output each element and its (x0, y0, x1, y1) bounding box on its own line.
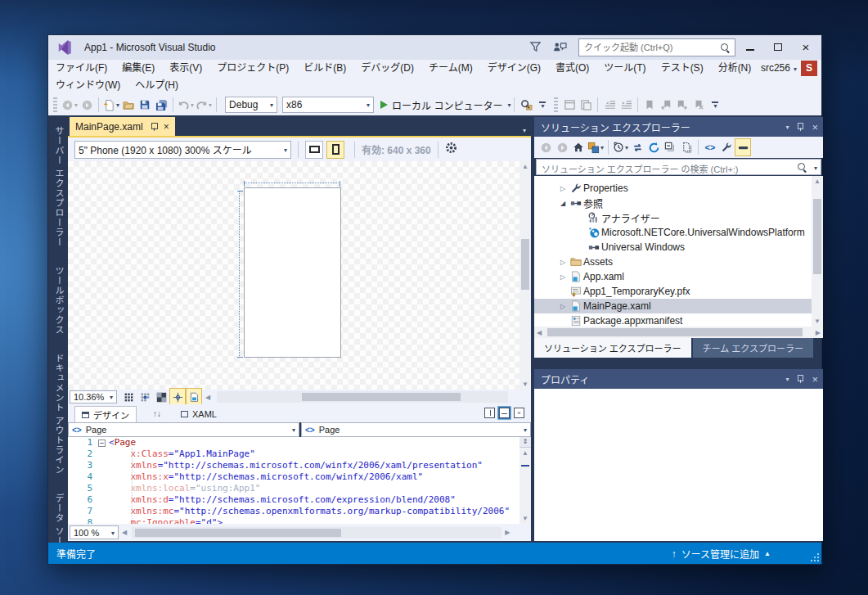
splitter-grip-icon[interactable]: ⇕ (519, 437, 531, 448)
sync-with-active-document-button[interactable] (629, 138, 645, 156)
forward-button[interactable] (79, 96, 95, 114)
close-panel-icon[interactable]: × (812, 121, 818, 133)
tree-item[interactable]: ◢参照 (534, 196, 812, 210)
code-horizontal-scrollbar[interactable] (132, 527, 501, 539)
expander-icon[interactable]: ◢ (557, 200, 569, 207)
designer-zoom-dropdown[interactable]: 10.36%▾ (70, 390, 117, 403)
chevron-down-icon[interactable]: ▾ (116, 101, 119, 109)
copy-markup-button[interactable] (578, 96, 594, 114)
menu-item-4[interactable]: プロジェクト(P) (209, 60, 296, 77)
breadcrumb-element-dropdown[interactable]: <> Page▾ (68, 422, 299, 437)
menu-item-10[interactable]: ツール(T) (596, 60, 653, 77)
document-tab-mainpage[interactable]: MainPage.xaml × (70, 117, 175, 136)
document-well-dropdown[interactable]: ▾ (523, 121, 526, 136)
menu-item-11[interactable]: テスト(S) (654, 60, 711, 77)
search-icon[interactable] (720, 43, 731, 53)
back-button[interactable] (537, 138, 554, 156)
horizontal-split-button[interactable] (499, 408, 510, 418)
feedback-filter-icon[interactable] (529, 41, 542, 54)
menu-item-1[interactable]: ファイル(F) (48, 60, 115, 77)
pending-changes-filter-button[interactable]: ▾ (612, 138, 629, 156)
new-file-button[interactable]: ▾ (102, 96, 120, 114)
collapse-pane-button[interactable]: « (514, 408, 524, 418)
home-button[interactable] (570, 138, 587, 156)
preview-selected-items-button[interactable] (735, 138, 751, 156)
chevron-down-icon[interactable]: ▾ (191, 101, 194, 109)
properties-title-bar[interactable]: プロパティ ▾ × (534, 369, 823, 389)
code-line[interactable]: 2 x:Class="App1.MainPage" (68, 449, 519, 460)
tool-tab-2[interactable]: ツールボックス (52, 258, 65, 343)
code-line[interactable]: 1−<Page (68, 437, 519, 449)
design-surface[interactable] (68, 161, 519, 390)
pin-icon[interactable] (151, 123, 158, 131)
back-button[interactable]: ▾ (61, 96, 79, 114)
tree-horizontal-scrollbar[interactable]: ◀ ▶ (534, 327, 823, 338)
quick-launch-box[interactable] (578, 38, 735, 56)
pin-icon[interactable] (797, 123, 803, 131)
breadcrumb-element-dropdown-2[interactable]: <> Page▾ (301, 422, 531, 437)
menu-item-row2-1[interactable]: ウィンドウ(W) (48, 77, 128, 94)
artboard-background-button[interactable] (153, 388, 169, 406)
account-avatar[interactable]: S (801, 61, 817, 76)
switch-views-button[interactable]: ▾ (587, 138, 605, 156)
window-menu-icon[interactable]: ▾ (785, 376, 789, 383)
code-line[interactable]: 7 xmlns:mc="http://schemas.openxmlformat… (68, 506, 519, 517)
snapping-button[interactable] (186, 388, 202, 406)
undo-button[interactable]: ▾ (177, 96, 195, 114)
device-settings-gear-icon[interactable] (445, 142, 457, 157)
menu-item-3[interactable]: 表示(V) (162, 60, 209, 77)
snap-gridlines-button[interactable] (169, 388, 186, 406)
toolbar-grip[interactable] (554, 97, 558, 112)
tree-item[interactable]: ▷Properties (534, 181, 812, 196)
designer-horizontal-scrollbar[interactable] (217, 391, 508, 403)
swap-panes-button[interactable]: ↑↓ (148, 406, 166, 422)
tab-design[interactable]: デザイン (74, 406, 137, 422)
properties-body[interactable] (534, 389, 823, 541)
clear-bookmarks-button[interactable] (690, 96, 707, 114)
tree-item[interactable]: アナライザー (534, 210, 812, 225)
view-designer-button[interactable] (561, 96, 578, 114)
save-all-button[interactable] (153, 96, 169, 114)
device-dropdown[interactable]: 5" Phone (1920 x 1080) 300% スケール▾ (74, 141, 291, 159)
panel-tab-2[interactable]: チーム エクスプローラー (693, 338, 813, 358)
tree-item[interactable]: ▷Assets (534, 255, 812, 269)
designer-vertical-scrollbar[interactable]: ▲ ▼ (519, 161, 531, 390)
tree-item[interactable]: Universal Windows (534, 240, 812, 255)
tab-xaml[interactable]: XAML (174, 406, 223, 422)
menu-item-5[interactable]: ビルド(B) (296, 60, 353, 77)
menu-item-8[interactable]: デザイン(G) (480, 60, 548, 77)
menu-item-12[interactable]: 分析(N) (711, 60, 759, 77)
expander-icon[interactable]: ▷ (557, 303, 569, 310)
add-to-source-control-button[interactable]: ↑ ソース管理に追加 ▲ (672, 547, 771, 561)
toolbar-grip[interactable] (53, 97, 57, 112)
search-icon[interactable] (797, 162, 807, 173)
tree-vertical-scrollbar[interactable]: ▲ ▼ (812, 176, 823, 327)
tree-item[interactable]: Microsoft.NETCore.UniversalWindowsPlatfo… (534, 225, 812, 240)
tool-tab-4[interactable]: データ ソース (52, 485, 65, 543)
portrait-orientation-button[interactable] (326, 141, 344, 159)
toolbar-overflow-button[interactable]: ▼ (534, 96, 551, 114)
landscape-orientation-button[interactable] (305, 141, 323, 159)
redo-button[interactable]: ▾ (195, 96, 213, 114)
toolbar-overflow-button[interactable]: ▼ (707, 96, 723, 114)
vertical-split-button[interactable] (484, 408, 495, 418)
collapse-all-button[interactable] (662, 138, 678, 156)
expander-icon[interactable]: ▷ (557, 185, 569, 192)
indent-decrease-button[interactable] (601, 96, 618, 114)
send-feedback-icon[interactable] (552, 41, 569, 54)
grid-button[interactable] (120, 388, 137, 406)
show-all-files-button[interactable] (678, 138, 695, 156)
quick-launch-input[interactable] (582, 40, 713, 55)
close-document-icon[interactable]: × (164, 121, 169, 133)
refresh-button[interactable] (645, 138, 662, 156)
phone-canvas[interactable] (244, 187, 341, 358)
code-scroll-right-icon[interactable]: ▶ (501, 529, 513, 536)
toggle-bookmark-button[interactable] (641, 96, 658, 114)
close-panel-icon[interactable]: × (812, 373, 818, 385)
prev-bookmark-button[interactable] (658, 96, 674, 114)
code-line[interactable]: 8 mc:Ignorable="d"> (68, 517, 519, 524)
tool-tab-3[interactable]: ドキュメント アウトライン (52, 345, 65, 483)
close-button[interactable]: × (792, 35, 820, 59)
chevron-down-icon[interactable]: ▾ (74, 101, 78, 109)
properties-button[interactable] (718, 138, 735, 156)
